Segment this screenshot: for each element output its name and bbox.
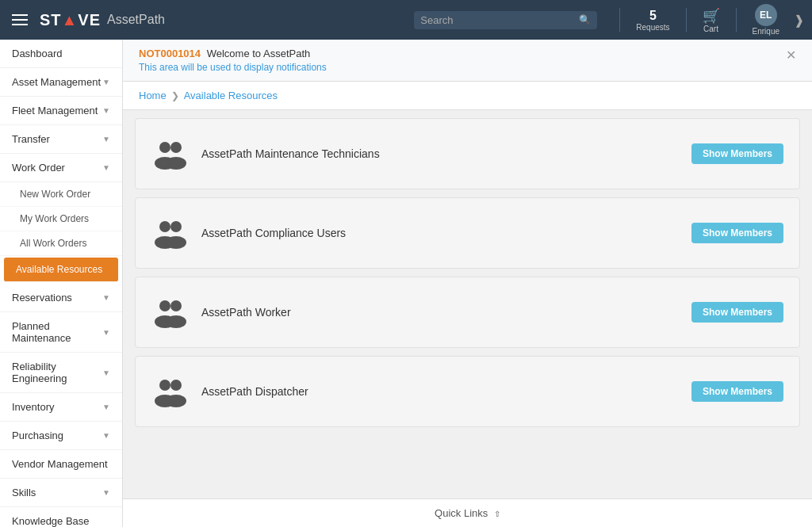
- breadcrumb-separator: ❯: [171, 90, 179, 101]
- top-navigation: ST▲VE AssetPath 🔍 5 Requests 🛒 Cart EL E…: [0, 0, 812, 40]
- nav-chevron-icon: ❱: [789, 13, 804, 28]
- caret-icon: ▼: [102, 163, 110, 172]
- sidebar-item-vendor-management[interactable]: Vendor Management: [0, 450, 122, 479]
- svg-point-4: [159, 221, 170, 232]
- sidebar-item-all-work-orders[interactable]: All Work Orders: [0, 231, 122, 256]
- sidebar-item-transfer[interactable]: Transfer ▼: [0, 125, 122, 154]
- sidebar-item-planned-maintenance[interactable]: Planned Maintenance ▼: [0, 312, 122, 353]
- cart-nav[interactable]: 🛒 Cart: [693, 7, 730, 33]
- breadcrumb-home[interactable]: Home: [139, 90, 167, 101]
- svg-point-8: [159, 300, 170, 311]
- caret-icon: ▼: [102, 488, 110, 497]
- sidebar: Dashboard Asset Management ▼ Fleet Manag…: [0, 40, 123, 527]
- breadcrumb: Home ❯ Available Resources: [123, 82, 812, 110]
- group-icon-2: [151, 214, 190, 252]
- resource-card-1: AssetPath Maintenance Technicians Show M…: [135, 118, 800, 189]
- sidebar-item-work-order[interactable]: Work Order ▼: [0, 154, 122, 182]
- cart-label: Cart: [703, 25, 718, 33]
- user-name: Enrique: [753, 27, 779, 36]
- svg-point-11: [166, 315, 186, 328]
- breadcrumb-current: Available Resources: [184, 90, 278, 101]
- sidebar-item-new-work-order[interactable]: New Work Order: [0, 182, 122, 207]
- group-icon-3: [151, 293, 190, 331]
- nav-divider-2: [686, 8, 687, 32]
- caret-icon: ▼: [102, 106, 110, 115]
- svg-point-13: [170, 380, 182, 391]
- show-members-button-3[interactable]: Show Members: [691, 302, 783, 323]
- svg-point-1: [170, 142, 182, 153]
- sidebar-item-inventory[interactable]: Inventory ▼: [0, 393, 122, 422]
- resource-card-3: AssetPath Worker Show Members: [135, 277, 800, 348]
- notification-id: NOT0001014: [139, 48, 201, 59]
- resource-list: AssetPath Maintenance Technicians Show M…: [123, 110, 812, 498]
- group-icon-1: [151, 135, 190, 173]
- caret-icon: ▼: [102, 78, 110, 86]
- quick-links-caret-icon: ⇧: [494, 510, 500, 518]
- nav-divider-1: [619, 8, 620, 32]
- sidebar-item-reliability-engineering[interactable]: Reliability Engineering ▼: [0, 353, 122, 393]
- sidebar-item-knowledge-base[interactable]: Knowledge Base: [0, 507, 122, 527]
- caret-icon: ▼: [102, 369, 110, 377]
- hamburger-menu[interactable]: [8, 10, 32, 29]
- notification-close-button[interactable]: ✕: [786, 48, 796, 63]
- svg-point-7: [166, 236, 186, 249]
- notification-subtitle: This area will be used to display notifi…: [139, 62, 327, 73]
- requests-count: 5: [649, 9, 657, 23]
- svg-point-9: [170, 300, 182, 311]
- nav-divider-3: [736, 8, 737, 32]
- search-input[interactable]: [420, 14, 579, 26]
- resource-name-3: AssetPath Worker: [201, 306, 291, 319]
- quick-links-bar[interactable]: Quick Links ⇧: [123, 498, 812, 527]
- requests-nav[interactable]: 5 Requests: [626, 9, 679, 32]
- svg-point-3: [166, 157, 186, 170]
- search-icon: 🔍: [579, 14, 591, 25]
- show-members-button-4[interactable]: Show Members: [691, 381, 783, 402]
- card-left-4: AssetPath Dispatcher: [151, 372, 308, 411]
- user-profile-nav[interactable]: EL Enrique: [743, 4, 789, 36]
- caret-icon: ▼: [102, 431, 110, 440]
- sidebar-item-purchasing[interactable]: Purchasing ▼: [0, 422, 122, 450]
- main-layout: Dashboard Asset Management ▼ Fleet Manag…: [0, 40, 812, 527]
- sidebar-item-reservations[interactable]: Reservations ▼: [0, 284, 122, 312]
- show-members-button-1[interactable]: Show Members: [691, 143, 783, 164]
- group-icon-4: [151, 372, 190, 411]
- card-left-2: AssetPath Compliance Users: [151, 214, 346, 252]
- sidebar-item-asset-management[interactable]: Asset Management ▼: [0, 68, 122, 97]
- resource-card-2: AssetPath Compliance Users Show Members: [135, 197, 800, 269]
- notification-bar: NOT0001014 Welcome to AssetPath This are…: [123, 40, 812, 82]
- sidebar-item-fleet-management[interactable]: Fleet Management ▼: [0, 97, 122, 125]
- requests-label: Requests: [636, 23, 669, 32]
- caret-icon: ▼: [102, 328, 110, 337]
- card-left-1: AssetPath Maintenance Technicians: [151, 135, 380, 173]
- notification-title: Welcome to AssetPath: [207, 48, 311, 59]
- app-logo: ST▲VE: [40, 11, 101, 29]
- svg-point-15: [166, 395, 186, 407]
- quick-links-label: Quick Links: [435, 507, 488, 519]
- svg-point-12: [159, 380, 170, 391]
- avatar: EL: [755, 4, 777, 26]
- main-content: NOT0001014 Welcome to AssetPath This are…: [123, 40, 812, 527]
- app-name: AssetPath: [107, 13, 165, 27]
- caret-icon: ▼: [102, 135, 110, 143]
- resource-name-1: AssetPath Maintenance Technicians: [201, 147, 380, 160]
- card-left-3: AssetPath Worker: [151, 293, 291, 331]
- show-members-button-2[interactable]: Show Members: [691, 223, 783, 243]
- sidebar-item-dashboard[interactable]: Dashboard: [0, 40, 122, 68]
- caret-icon: ▼: [102, 403, 110, 411]
- sidebar-item-my-work-orders[interactable]: My Work Orders: [0, 207, 122, 231]
- sidebar-item-available-resources[interactable]: Available Resources: [4, 258, 118, 282]
- resource-name-2: AssetPath Compliance Users: [201, 227, 346, 239]
- cart-icon: 🛒: [703, 7, 720, 25]
- caret-icon: ▼: [102, 293, 110, 302]
- resource-card-4: AssetPath Dispatcher Show Members: [135, 356, 800, 427]
- sidebar-item-skills[interactable]: Skills ▼: [0, 479, 122, 507]
- resource-name-4: AssetPath Dispatcher: [201, 385, 308, 398]
- svg-point-5: [170, 221, 182, 232]
- svg-point-0: [159, 142, 170, 153]
- search-wrap: 🔍: [414, 11, 597, 29]
